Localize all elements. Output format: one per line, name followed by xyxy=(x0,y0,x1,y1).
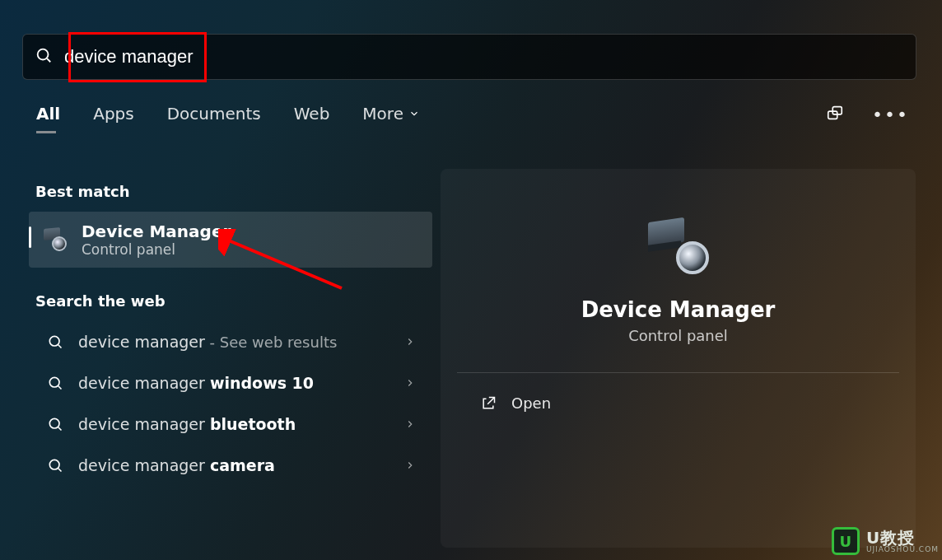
svg-point-0 xyxy=(38,49,49,60)
search-icon xyxy=(47,457,63,474)
chevron-right-icon xyxy=(404,377,416,389)
svg-point-6 xyxy=(49,377,59,387)
web-result-2[interactable]: device manager bluetooth xyxy=(29,404,432,445)
search-icon xyxy=(47,334,63,350)
best-match-result[interactable]: Device Manager Control panel xyxy=(29,212,432,268)
results-left-column: Best match Device Manager Control panel … xyxy=(29,183,432,486)
open-label: Open xyxy=(511,394,551,412)
detail-title: Device Manager xyxy=(441,297,916,322)
web-result-0[interactable]: device manager - See web results xyxy=(29,321,432,362)
best-match-header: Best match xyxy=(35,183,432,200)
svg-line-1 xyxy=(47,58,50,62)
chevron-right-icon xyxy=(404,418,416,430)
watermark-url: UJIAOSHOU.COM xyxy=(866,546,939,553)
search-input[interactable] xyxy=(64,46,904,68)
device-manager-icon xyxy=(643,218,714,276)
watermark-text: U教授 xyxy=(866,530,939,546)
chevron-right-icon xyxy=(404,460,416,471)
svg-point-4 xyxy=(49,336,59,346)
svg-point-10 xyxy=(49,460,59,469)
watermark-badge: U xyxy=(832,527,860,555)
search-icon xyxy=(47,375,63,391)
svg-line-7 xyxy=(58,386,62,390)
chevron-down-icon xyxy=(408,104,420,124)
tab-documents[interactable]: Documents xyxy=(167,104,261,132)
svg-line-13 xyxy=(487,397,494,404)
tab-more[interactable]: More xyxy=(362,104,420,132)
svg-line-11 xyxy=(58,469,62,472)
detail-panel: Device Manager Control panel Open xyxy=(441,169,916,548)
search-icon xyxy=(35,46,53,68)
search-web-header: Search the web xyxy=(35,292,432,310)
watermark: U U教授 UJIAOSHOU.COM xyxy=(832,527,939,555)
best-match-text: Device Manager Control panel xyxy=(82,222,231,258)
svg-point-8 xyxy=(49,418,59,428)
account-sync-icon[interactable] xyxy=(826,104,844,125)
tab-apps[interactable]: Apps xyxy=(93,104,134,132)
web-result-1[interactable]: device manager windows 10 xyxy=(29,362,432,404)
search-icon xyxy=(47,416,63,432)
web-result-3[interactable]: device manager camera xyxy=(29,445,432,486)
top-actions: ••• xyxy=(826,104,909,125)
svg-line-9 xyxy=(58,427,62,431)
chevron-right-icon xyxy=(404,336,416,348)
tab-all[interactable]: All xyxy=(36,104,60,132)
best-match-title: Device Manager xyxy=(82,222,231,241)
open-link-icon xyxy=(480,395,497,412)
detail-subtitle: Control panel xyxy=(441,327,916,344)
device-manager-icon xyxy=(42,226,68,253)
tab-web[interactable]: Web xyxy=(294,104,330,132)
open-action[interactable]: Open xyxy=(441,373,916,412)
search-box[interactable] xyxy=(22,34,916,80)
more-options-button[interactable]: ••• xyxy=(872,105,909,125)
filter-tabs: All Apps Documents Web More xyxy=(36,104,420,132)
svg-line-5 xyxy=(58,345,62,348)
best-match-subtitle: Control panel xyxy=(82,241,231,258)
